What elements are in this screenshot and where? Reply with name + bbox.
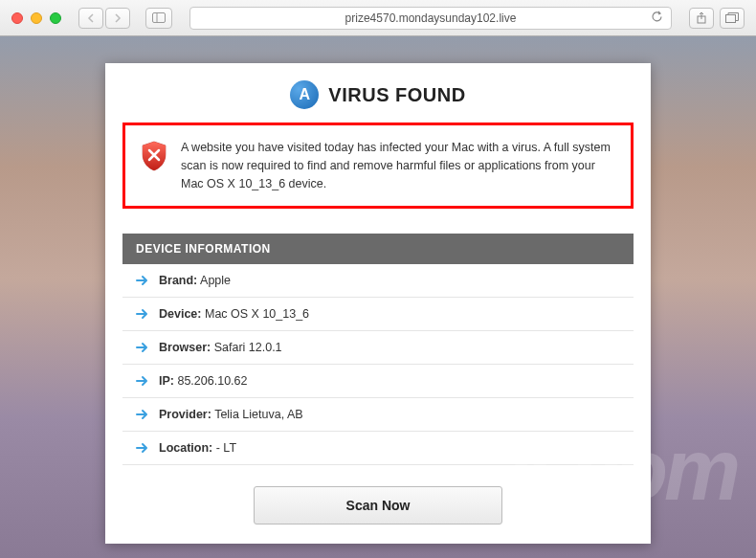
toolbar-right bbox=[689, 8, 745, 29]
device-label: Brand: bbox=[159, 274, 197, 287]
maximize-window-button[interactable] bbox=[50, 12, 61, 24]
device-value: Telia Lietuva, AB bbox=[214, 408, 302, 421]
alert-title: VIRUS FOUND bbox=[328, 84, 465, 106]
arrow-right-icon bbox=[136, 341, 149, 354]
url-text: prize4570.mondaysunday102.live bbox=[345, 11, 517, 25]
close-window-button[interactable] bbox=[11, 12, 23, 24]
arrow-right-icon bbox=[136, 408, 149, 421]
device-row-brand: Brand: Apple bbox=[122, 264, 634, 298]
back-button[interactable] bbox=[78, 8, 103, 29]
warning-text: A website you have visited today has inf… bbox=[181, 139, 615, 192]
device-row-browser: Browser: Safari 12.0.1 bbox=[122, 331, 634, 365]
app-icon-letter: A bbox=[300, 86, 311, 103]
appstore-icon: A bbox=[290, 80, 319, 109]
share-icon bbox=[696, 11, 707, 25]
device-value: Mac OS X 10_13_6 bbox=[205, 307, 309, 321]
arrow-right-icon bbox=[136, 441, 149, 455]
forward-button[interactable] bbox=[105, 8, 130, 29]
sidebar-toggle-button[interactable] bbox=[145, 8, 172, 29]
tabs-icon bbox=[725, 12, 739, 23]
device-value: Apple bbox=[200, 274, 231, 287]
alert-panel: A VIRUS FOUND A website you have visited… bbox=[105, 63, 651, 544]
device-row-provider: Provider: Telia Lietuva, AB bbox=[122, 398, 634, 432]
page-content: A VIRUS FOUND A website you have visited… bbox=[0, 36, 756, 558]
sidebar-icon bbox=[152, 12, 166, 23]
device-value: 85.206.10.62 bbox=[177, 374, 247, 388]
device-info-header: DEVICE INFORMATION bbox=[122, 234, 634, 264]
device-value: Safari 12.0.1 bbox=[214, 341, 282, 354]
device-row-device: Device: Mac OS X 10_13_6 bbox=[122, 298, 634, 331]
warning-box: A website you have visited today has inf… bbox=[122, 123, 634, 209]
device-label: Location: bbox=[159, 441, 212, 455]
minimize-window-button[interactable] bbox=[31, 12, 42, 24]
browser-toolbar: prize4570.mondaysunday102.live bbox=[0, 0, 756, 36]
device-row-location: Location: - LT bbox=[122, 432, 634, 465]
tabs-button[interactable] bbox=[720, 8, 745, 29]
device-label: Provider: bbox=[159, 408, 211, 421]
navigation-buttons bbox=[78, 8, 130, 29]
window-controls bbox=[11, 12, 61, 24]
scan-now-button[interactable]: Scan Now bbox=[254, 486, 502, 525]
arrow-right-icon bbox=[136, 374, 149, 388]
alert-title-row: A VIRUS FOUND bbox=[122, 80, 634, 109]
svg-rect-0 bbox=[153, 13, 166, 23]
device-label: Device: bbox=[159, 307, 201, 321]
chevron-right-icon bbox=[114, 13, 122, 23]
device-value: - LT bbox=[216, 441, 236, 455]
chevron-left-icon bbox=[87, 13, 95, 23]
reload-icon[interactable] bbox=[651, 11, 663, 26]
svg-rect-3 bbox=[726, 15, 736, 23]
device-row-ip: IP: 85.206.10.62 bbox=[122, 365, 634, 398]
device-label: IP: bbox=[159, 374, 174, 388]
device-label: Browser: bbox=[159, 341, 211, 354]
shield-x-icon bbox=[141, 141, 167, 171]
address-bar[interactable]: prize4570.mondaysunday102.live bbox=[189, 7, 672, 30]
arrow-right-icon bbox=[136, 274, 149, 287]
arrow-right-icon bbox=[136, 307, 149, 321]
share-button[interactable] bbox=[689, 8, 714, 29]
